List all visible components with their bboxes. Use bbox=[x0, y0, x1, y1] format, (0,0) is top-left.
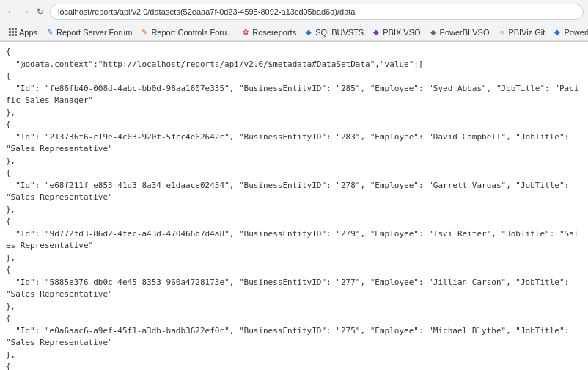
bookmark-report-server-forum[interactable]: ✎ Report Server Forum bbox=[42, 27, 136, 37]
nav-buttons: ← → ↻ bbox=[4, 5, 47, 18]
bookmarks-bar: Apps ✎ Report Server Forum ✎ Report Cont… bbox=[0, 23, 588, 41]
bookmark-rosereports[interactable]: ✿ Rosereports bbox=[238, 27, 300, 37]
bookmark-rsf-label: Report Server Forum bbox=[56, 28, 132, 37]
chart-orange-icon: ✎ bbox=[140, 28, 149, 37]
bookmark-apps[interactable]: Apps bbox=[4, 27, 41, 37]
pbi-white-icon: ◆ bbox=[429, 28, 438, 37]
bookmark-rr-label: Rosereports bbox=[252, 28, 296, 37]
pbi-blue-icon: ◆ bbox=[553, 28, 562, 37]
bookmark-pbivso-label: PowerBI VSO bbox=[440, 28, 490, 37]
json-content-area: { "@odata.context":"http://localhost/rep… bbox=[0, 42, 588, 370]
github-icon: ○ bbox=[497, 28, 506, 37]
pbi-icon: ◆ bbox=[372, 28, 381, 37]
browser-chrome: ← → ↻ Apps ✎ Report Server Forum ✎ bbox=[0, 0, 588, 42]
refresh-button[interactable]: ↻ bbox=[34, 5, 47, 18]
bookmark-pbiviz-git[interactable]: ○ PBIViz Git bbox=[493, 27, 548, 37]
bookmark-sqlbuvsts[interactable]: ◆ SQLBUVSTS bbox=[301, 27, 367, 37]
bookmark-rcf-label: Report Controls Foru... bbox=[151, 28, 233, 37]
chart-icon: ✎ bbox=[45, 28, 54, 37]
address-bar[interactable] bbox=[50, 4, 584, 20]
bookmark-apps-label: Apps bbox=[19, 28, 37, 37]
bookmark-pbix-label: PBIX VSO bbox=[383, 28, 420, 37]
bookmark-report-controls-forum[interactable]: ✎ Report Controls Foru... bbox=[136, 27, 237, 37]
rose-icon: ✿ bbox=[241, 28, 250, 37]
bookmark-pbix-vso[interactable]: ◆ PBIX VSO bbox=[368, 27, 424, 37]
json-text: { "@odata.context":"http://localhost/rep… bbox=[6, 46, 582, 370]
back-button[interactable]: ← bbox=[4, 5, 18, 18]
sql-icon: ◆ bbox=[304, 28, 313, 37]
browser-toolbar: ← → ↻ bbox=[0, 0, 588, 23]
bookmark-sql-label: SQLBUVSTS bbox=[315, 28, 364, 37]
grid-icon bbox=[8, 28, 17, 37]
bookmark-pbiwiki-label: PowerBI Wiki bbox=[564, 28, 588, 37]
json-context-key: "@odata.context":"http://localhost/repor… bbox=[15, 59, 423, 69]
bookmark-pbiviz-label: PBIViz Git bbox=[508, 28, 545, 37]
forward-button[interactable]: → bbox=[19, 5, 32, 18]
bookmark-powerbi-wiki[interactable]: ◆ PowerBI Wiki bbox=[549, 27, 588, 37]
bookmark-powerbi-vso[interactable]: ◆ PowerBI VSO bbox=[425, 27, 493, 37]
